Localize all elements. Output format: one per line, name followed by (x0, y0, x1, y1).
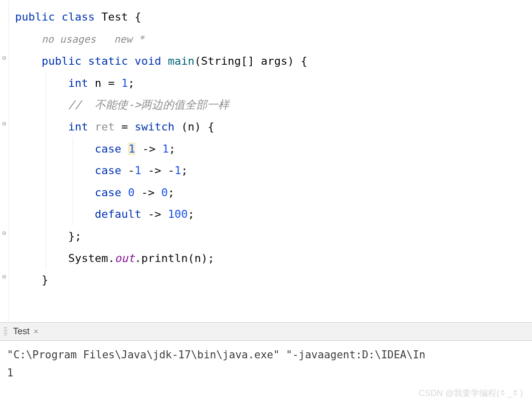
fold-icon[interactable]: ⊖ (2, 229, 6, 236)
fold-icon[interactable]: ⊖ (2, 120, 6, 127)
console-line: "C:\Program Files\Java\jdk-17\bin\java.e… (7, 346, 525, 364)
code-area[interactable]: public class Test { no usages new * publ… (9, 0, 532, 291)
tab-bar: Test × (0, 323, 532, 341)
run-tab[interactable]: Test × (9, 324, 42, 339)
code-line[interactable]: int n = 1; (9, 72, 532, 94)
drag-handle-icon[interactable] (4, 327, 7, 336)
code-line[interactable]: // 不能使->两边的值全部一样 (9, 94, 532, 116)
code-line[interactable]: default -> 100; (9, 203, 532, 225)
code-line[interactable]: case 0 -> 0; (9, 182, 532, 204)
fold-icon[interactable]: ⊖ (2, 273, 6, 280)
tab-label: Test (13, 326, 30, 337)
code-line[interactable]: case -1 -> -1; (9, 160, 532, 182)
run-tool-window: Test × "C:\Program Files\Java\jdk-17\bin… (0, 322, 532, 403)
highlighted-number: 1 (128, 143, 135, 155)
code-line[interactable]: }; (9, 225, 532, 247)
code-line[interactable]: System.out.println(n); (9, 247, 532, 270)
code-line[interactable]: no usages new * (9, 28, 532, 51)
code-line[interactable]: case 1 -> 1; (9, 138, 532, 160)
code-line[interactable]: int ret = switch (n) { (9, 116, 532, 138)
code-line[interactable]: public static void main(String[] args) { (9, 50, 532, 72)
code-editor[interactable]: ⊖ ⊖ ⊖ ⊖ public class Test { no usages ne… (0, 0, 532, 322)
code-line[interactable]: } (9, 269, 532, 291)
gutter: ⊖ ⊖ ⊖ ⊖ (0, 0, 9, 322)
console-line: 1 (7, 364, 525, 382)
close-icon[interactable]: × (34, 327, 38, 336)
inlay-hint: no usages new * (42, 33, 144, 45)
console-output[interactable]: "C:\Program Files\Java\jdk-17\bin\java.e… (0, 341, 532, 403)
code-line[interactable]: public class Test { (9, 6, 532, 28)
fold-icon[interactable]: ⊖ (2, 54, 6, 61)
